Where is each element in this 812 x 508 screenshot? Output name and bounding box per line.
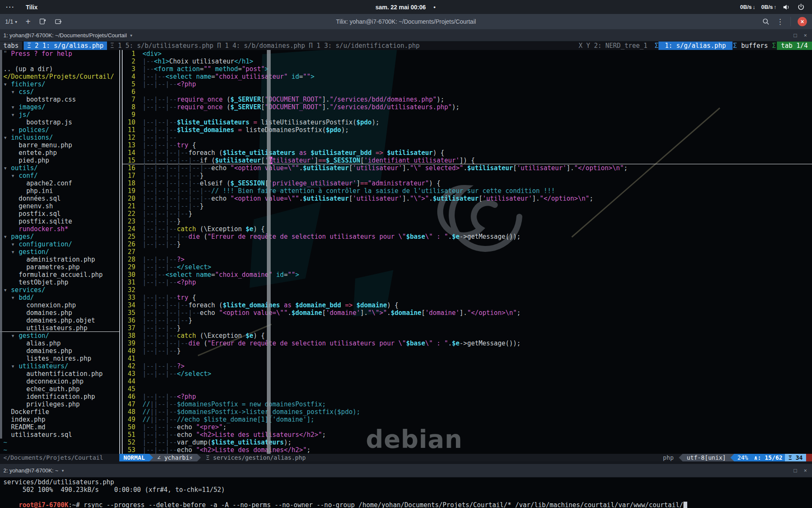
tree-item[interactable]: privileges.php — [0, 400, 119, 408]
code-line[interactable]: 12|--|--|-- — [123, 134, 812, 141]
code-line[interactable]: 45 — [123, 385, 812, 393]
tree-item[interactable]: ▾ polices/ — [0, 126, 119, 134]
tree-item[interactable]: deconnexion.php — [0, 378, 119, 385]
code-line[interactable]: 39|--|--|--|--die ("Erreur de requête de… — [123, 340, 812, 347]
code-line[interactable]: 26|--|--|--} — [123, 240, 812, 248]
tree-item[interactable]: ▾ conf/ — [0, 172, 119, 179]
tree-item[interactable]: données.sql — [0, 195, 119, 202]
window-split-separator[interactable] — [119, 50, 123, 454]
tree-item[interactable]: utilisateurs.php — [0, 324, 119, 332]
code-line[interactable]: 4|--|--<select name="choix_utilisateur" … — [123, 73, 812, 80]
tree-item[interactable]: ▾ services/ — [0, 286, 119, 294]
open-terminal-down-button[interactable] — [39, 18, 46, 25]
tree-item[interactable]: ~ — [0, 439, 119, 446]
chevron-down-icon[interactable]: ▾ — [130, 33, 132, 38]
code-line[interactable]: 7|--|--|--require_once ($_SERVER["DOCUME… — [123, 96, 812, 103]
tabline-active-buffer[interactable]: Ξ 2 1: s/g/alias.php — [24, 41, 107, 50]
tree-item[interactable] — [0, 58, 119, 65]
code-line[interactable]: 3|--<form action="" method="post"> — [123, 65, 812, 73]
code-line[interactable]: 49//||--|--//echo $liste_domaine[1]['dom… — [123, 416, 812, 423]
tree-item[interactable]: parametres.php — [0, 263, 119, 271]
tree-item[interactable]: postfix.sqlite — [0, 218, 119, 225]
volume-icon[interactable] — [782, 3, 791, 11]
code-line[interactable]: 36|--|--|--|--} — [123, 317, 812, 324]
tree-item[interactable]: rundocker.sh* — [0, 225, 119, 233]
tree-item[interactable]: connexion.php — [0, 301, 119, 309]
code-line[interactable]: 51|--|--|--echo "<h2>Liste des utilisate… — [123, 431, 812, 439]
code-line[interactable]: 38|--|--|--catch (\Exception $e) { — [123, 332, 812, 340]
tree-item[interactable]: ▾ js/ — [0, 111, 119, 119]
code-line[interactable]: 23|--|--|--} — [123, 218, 812, 225]
tree-item[interactable]: ▾ gestion/ — [0, 332, 119, 340]
menu-kebab-icon[interactable]: ⋮ — [776, 17, 784, 26]
code-line[interactable]: 31|--|--|--<?php — [123, 279, 812, 286]
tree-item[interactable]: entete.php — [0, 149, 119, 157]
window-close-button[interactable]: × — [798, 17, 807, 26]
code-line[interactable]: 24|--|--|--catch (\Exception $e) { — [123, 225, 812, 233]
code-line[interactable]: 33|--|--|--try { — [123, 294, 812, 301]
code-line[interactable]: 53|--|--|--echo "<h2>Liste des domaines<… — [123, 446, 812, 454]
tree-item[interactable]: domaines.php.objet — [0, 317, 119, 324]
tree-item[interactable]: barre_menu.php — [0, 141, 119, 149]
tree-item[interactable]: bootstrap.js — [0, 119, 119, 126]
tabline-current-file[interactable]: 1: s/g/alias.php — [658, 41, 732, 50]
code-line[interactable]: 10|--|--|--$liste_utilisateurs = listeUt… — [123, 119, 812, 126]
tree-item[interactable]: ▾ utilisateurs/ — [0, 362, 119, 370]
code-line[interactable]: 48//||--|--$domainesPostfix->lister_doma… — [123, 408, 812, 416]
tabline-nerdtree-buffer[interactable]: X Y 2: NERD_tree_1 — [575, 41, 655, 50]
code-line[interactable]: 25|--|--|--|--die ("Erreur de requête de… — [123, 233, 812, 240]
tree-item[interactable]: ▾ fichiers/ — [0, 80, 119, 88]
code-line[interactable]: 16|--|--|--|--|--|--echo "<option value=… — [123, 164, 812, 172]
code-line[interactable]: 28|--|--|--?> — [123, 256, 812, 263]
pane1-title-bar[interactable]: 1: yohan@i7-6700K: ~/Documents/Projets/C… — [0, 30, 812, 41]
nerdtree-panel[interactable]: " Press ? for help.. (up a dir)</Documen… — [0, 50, 119, 454]
pane-maximize-icon[interactable]: □ — [794, 32, 797, 39]
tree-item[interactable]: ▾ gestion/ — [0, 248, 119, 256]
tree-item[interactable]: Dockerfile — [0, 408, 119, 416]
power-icon[interactable] — [797, 3, 805, 11]
tree-item[interactable]: identification.php — [0, 393, 119, 400]
code-buffer[interactable]: 1<div>2|--<h1>Choix utilisateur</h1>3|--… — [123, 50, 812, 454]
activities-indicator[interactable]: ··· — [6, 3, 15, 11]
tree-item[interactable]: testObjet.php — [0, 279, 119, 286]
vim-editing-area[interactable]: " Press ? for help.. (up a dir)</Documen… — [0, 50, 812, 454]
clock[interactable]: sam. 22 mai 00:06 — [376, 4, 426, 11]
code-line[interactable]: 22|--|--|--|--} — [123, 210, 812, 218]
left-scrollbar[interactable] — [0, 50, 2, 439]
pane-maximize-icon[interactable]: □ — [794, 467, 797, 474]
terminal-2[interactable]: services/bdd/utilisateurs.php 502 100% 4… — [0, 478, 812, 508]
tree-item[interactable]: genenv.sh — [0, 202, 119, 210]
code-line[interactable]: 14|--|--|--|--foreach ($liste_utilisateu… — [123, 149, 812, 157]
code-line[interactable]: 8|--|--|--require_once ($_SERVER["DOCUME… — [123, 103, 812, 111]
code-line[interactable]: 11|--|--|--$liste_domaines = listeDomain… — [123, 126, 812, 134]
code-line[interactable]: 19|--|--|--|--|--|--// !!! Bien faire at… — [123, 187, 812, 195]
code-line[interactable]: 5|--|--|--<?php — [123, 80, 812, 88]
tree-item[interactable]: echec_auth.php — [0, 385, 119, 393]
code-line[interactable]: 29|--|--|--</select> — [123, 263, 812, 271]
code-line[interactable]: 27 — [123, 248, 812, 256]
code-line[interactable]: 47//||--|--$domainesPostfix = new domain… — [123, 400, 812, 408]
tree-item[interactable]: index.php — [0, 416, 119, 423]
code-line[interactable]: 2|--<h1>Choix utilisateur</h1> — [123, 58, 812, 65]
code-line[interactable]: 43|--|--|--</select> — [123, 370, 812, 378]
focused-app-name[interactable]: Tilix — [26, 4, 38, 11]
tree-item[interactable]: administration.php — [0, 256, 119, 263]
tree-item[interactable]: utilisateurs.sql — [0, 431, 119, 439]
code-line[interactable]: 34|--|--|--|--foreach ($liste_domaines a… — [123, 301, 812, 309]
tree-item[interactable]: README.md — [0, 423, 119, 431]
code-line[interactable]: 1<div> — [123, 50, 812, 58]
session-switcher-button[interactable]: 1/1▾ — [5, 18, 17, 25]
search-icon[interactable] — [762, 18, 770, 25]
code-line[interactable]: 21|--|--|--|--|--} — [123, 202, 812, 210]
tree-item[interactable]: ~ — [0, 446, 119, 454]
tree-item[interactable]: alias.php — [0, 340, 119, 347]
code-line[interactable]: 46|--|--|--<?php — [123, 393, 812, 400]
chevron-down-icon[interactable]: ▾ — [62, 468, 64, 473]
tree-item[interactable]: ▾ css/ — [0, 88, 119, 96]
code-line[interactable]: 18|--|--|--|--|--elseif ($_SESSION['priv… — [123, 179, 812, 187]
tree-item[interactable]: postfix.sql — [0, 210, 119, 218]
code-line[interactable]: 52|--|--|--var_dump($liste_utilisateurs)… — [123, 439, 812, 446]
tree-item[interactable]: </Documents/Projets/Courtail/ — [0, 73, 119, 80]
code-line[interactable]: 30|--|--<select name="choix_domaine" id=… — [123, 271, 812, 279]
code-line[interactable]: 42|--|--|--?> — [123, 362, 812, 370]
